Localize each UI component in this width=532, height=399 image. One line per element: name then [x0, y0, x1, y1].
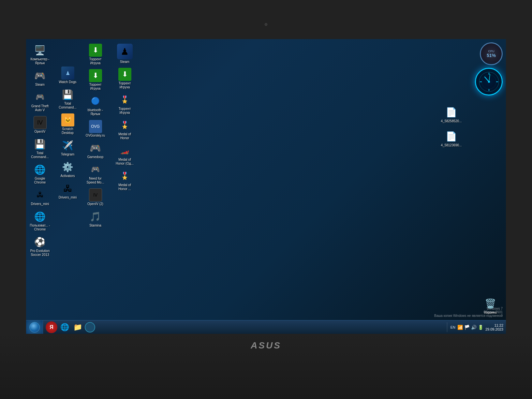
- icon-steam-large-label: Steam: [120, 60, 129, 64]
- icon-openlv[interactable]: IV OpenIV: [28, 115, 52, 135]
- icon-polzovat-chrome-label: Пользоват... - Chrome: [29, 224, 51, 231]
- icon-telegram-label: Telegram: [61, 153, 74, 156]
- icon-total-cmd2-label: Total Command...: [57, 102, 79, 110]
- icon-gta5[interactable]: 🎮 Grand Theft Auto V: [28, 89, 52, 113]
- clock-display[interactable]: 11:22 29.09.2023: [485, 323, 503, 331]
- polzovat-chrome-icon: 🌐: [34, 210, 47, 223]
- icon-activators[interactable]: ⚙️ Activators: [55, 159, 80, 179]
- genuine-notice: Ваша копия Windows не является подлинной: [434, 314, 503, 318]
- total-cmd2-icon: 💾: [61, 88, 74, 101]
- steam-large-icon: ♟: [117, 44, 133, 59]
- flag-icon[interactable]: 🏳️: [464, 325, 470, 330]
- icon-stamina[interactable]: 🎵 Stamina: [83, 209, 108, 229]
- icon-torrent1[interactable]: ⬇ Торрент Игруха: [83, 42, 108, 66]
- openlv2-icon: IV: [89, 188, 102, 201]
- desktop-file1[interactable]: 📄 4_58258520...: [439, 104, 464, 125]
- taskbar-search[interactable]: [85, 322, 95, 332]
- taskbar-folder[interactable]: 📁: [72, 321, 83, 333]
- icon-drivers-mini1[interactable]: 🖧 Drivers_mini: [28, 187, 52, 207]
- icon-steam-large[interactable]: ♟ Steam: [112, 42, 137, 65]
- icon-telegram[interactable]: ✈️ Telegram: [55, 138, 80, 158]
- icon-computer[interactable]: 🖥️ Компьютер - Ярлык: [28, 42, 52, 66]
- steam-icon: 🎮: [34, 69, 47, 82]
- icon-polzovat-chrome[interactable]: 🌐 Пользоват... - Chrome: [28, 209, 52, 233]
- icon-gta5-label: Grand Theft Auto V: [29, 104, 51, 112]
- icon-pro-evo[interactable]: ⚽ Pro Evolution Soccer 2013: [28, 234, 52, 258]
- asus-logo: ASUS: [251, 340, 281, 351]
- network-icon[interactable]: 📶: [457, 325, 463, 330]
- icon-torrent1-label: Торрент Игруха: [84, 57, 106, 65]
- computer-icon: 🖥️: [34, 44, 47, 57]
- icon-openlv-label: OpenIV: [35, 130, 46, 134]
- icon-steam1-label: Steam: [35, 83, 45, 87]
- volume-icon[interactable]: 🔊: [471, 325, 477, 330]
- system-tray: 📶 🏳️ 🔊 🔋: [457, 325, 483, 330]
- screen: 🖥️ Компьютер - Ярлык 🎮 Steam 🎮 Grand The…: [26, 39, 506, 334]
- top-bezel: [0, 0, 532, 39]
- icon-openlv2[interactable]: IV OpenIV (2): [83, 187, 108, 207]
- torrent1-icon: ⬇: [89, 44, 102, 57]
- icon-drivers-mini2-label: Drivers_mini: [59, 196, 77, 200]
- file2-label: 4_58123690...: [441, 143, 462, 147]
- taskbar-yandex[interactable]: Я: [46, 321, 57, 333]
- pro-evo-icon: ⚽: [34, 235, 47, 248]
- icon-ovgorskiy[interactable]: OVG OVGorskiy.ru: [83, 119, 108, 139]
- icon-gta5-2-label: Need for Speed Mo...: [84, 177, 106, 185]
- file1-icon: 📄: [445, 106, 458, 119]
- icon-steam2-label: Watch Dogs: [59, 80, 76, 84]
- icon-torrent3[interactable]: ⬇ Торрент Игруха: [112, 66, 137, 91]
- icon-gamedoop-label: Gamedoop: [87, 155, 103, 159]
- start-orb-icon: [29, 322, 40, 332]
- icon-torrent2[interactable]: ⬇ Торрент Игруха: [83, 68, 108, 92]
- icon-drivers-mini2[interactable]: 🖧 Drivers_mini: [55, 181, 80, 201]
- icon-drivers-mini1-label: Drivers_mini: [31, 202, 49, 206]
- clock-widget: [475, 68, 503, 96]
- icon-gta5-2[interactable]: 🎮 Need for Speed Mo...: [83, 162, 108, 186]
- activators-icon: ⚙️: [61, 160, 74, 173]
- scratch-icon: 🐱: [61, 113, 74, 126]
- left-bezel: [0, 39, 26, 334]
- svg-point-8: [488, 81, 490, 83]
- taskbar-chrome[interactable]: 🌐: [59, 321, 70, 333]
- medal-honor3-icon: 🎖️: [118, 170, 131, 183]
- icon-medal-honor1[interactable]: 🎖️ Торрент Игруха: [112, 92, 137, 116]
- icon-ovgorskiy-label: OVGorskiy.ru: [86, 134, 105, 138]
- desktop-file2[interactable]: 📄 4_58123690...: [439, 128, 464, 149]
- icon-scratch-label: Scratch Desktop: [57, 127, 79, 135]
- bluetooth-icon: 🔵: [89, 95, 102, 108]
- icon-computer-label: Компьютер - Ярлык: [29, 57, 51, 65]
- stamina-icon: 🎵: [89, 210, 102, 223]
- ovgorskiy-icon: OVG: [89, 120, 102, 133]
- desktop-background: 🖥️ Компьютер - Ярлык 🎮 Steam 🎮 Grand The…: [26, 39, 506, 334]
- torrent3-icon: ⬇: [118, 68, 131, 81]
- gta5-2-icon: 🎮: [89, 163, 102, 176]
- icon-total-cmd1[interactable]: 💾 Total Command...: [28, 136, 52, 160]
- icon-medal-honor3[interactable]: 🎖️ Medal of Honor ...: [112, 168, 137, 192]
- icon-chrome[interactable]: 🌐 Google Chrome: [28, 162, 52, 186]
- icon-pro-evo-label: Pro Evolution Soccer 2013: [29, 249, 51, 257]
- icon-medal-honor1-label: Торрент Игруха: [114, 107, 136, 115]
- icon-steam2[interactable]: ♟ Watch Dogs: [55, 65, 80, 85]
- icon-total-cmd2[interactable]: 💾 Total Command...: [55, 87, 80, 111]
- icon-steam1[interactable]: 🎮 Steam: [28, 68, 52, 88]
- icon-medal-honor2[interactable]: 🎖️ Medal of Honor: [112, 117, 137, 141]
- start-button[interactable]: [26, 320, 43, 334]
- need-speed-icon: 🏎️: [118, 144, 131, 157]
- telegram-icon: ✈️: [61, 139, 74, 152]
- taskbar: Я 🌐 📁 EN 📶 🏳️: [26, 320, 506, 334]
- drivers-mini2-icon: 🖧: [61, 182, 74, 195]
- chrome-icon: 🌐: [34, 163, 47, 176]
- icon-bluetooth[interactable]: 🔵 bluetooth - Ярлык: [83, 93, 108, 117]
- icon-need-speed[interactable]: 🏎️ Medal of Honor (Од...: [112, 143, 137, 167]
- tray-lang: EN: [451, 325, 455, 329]
- icon-total-cmd1-label: Total Command...: [29, 151, 51, 159]
- icon-scratch[interactable]: 🐱 Scratch Desktop: [55, 112, 80, 136]
- battery-icon[interactable]: 🔋: [478, 325, 483, 330]
- cpu-widget: CPU 51%: [480, 42, 503, 65]
- right-bezel: [506, 39, 532, 334]
- icon-medal-honor2-label: Medal of Honor: [114, 132, 136, 140]
- medal-honor2-icon: 🎖️: [118, 119, 131, 132]
- icon-gamedoop[interactable]: 🎮 Gamedoop: [83, 140, 108, 160]
- icon-openlv2-label: OpenIV (2): [87, 202, 103, 206]
- laptop-frame: 🖥️ Компьютер - Ярлык 🎮 Steam 🎮 Grand The…: [0, 0, 532, 399]
